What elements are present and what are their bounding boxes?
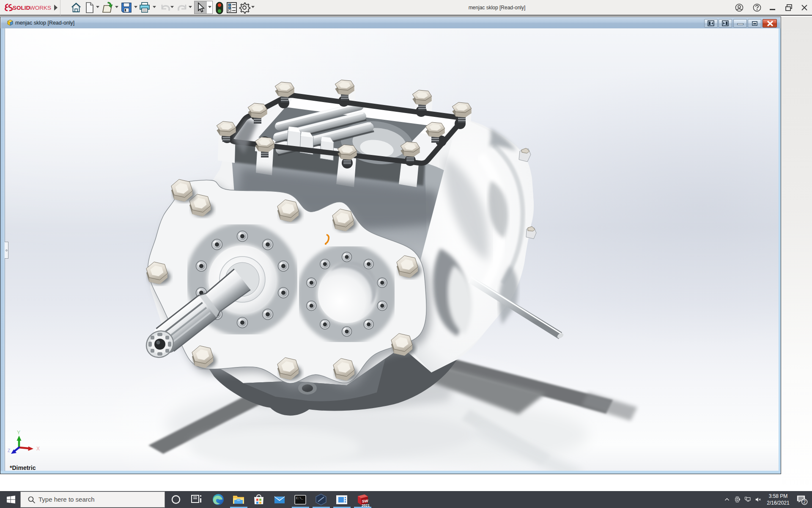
svg-text:SW: SW <box>362 499 368 504</box>
svg-text:SOLID: SOLID <box>13 5 30 11</box>
svg-text:X: X <box>36 446 40 452</box>
svg-text:*Dimetric: *Dimetric <box>10 464 36 471</box>
svg-text:Y: Y <box>17 430 20 436</box>
svg-text:C:\_: C:\_ <box>296 497 304 500</box>
svg-text:Z: Z <box>8 448 10 453</box>
svg-text:WORKS: WORKS <box>30 5 51 11</box>
svg-text:2: 2 <box>803 500 806 504</box>
